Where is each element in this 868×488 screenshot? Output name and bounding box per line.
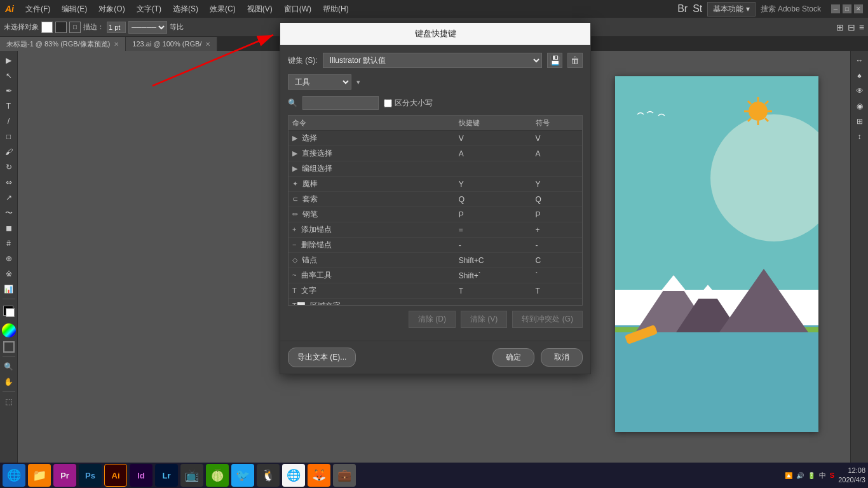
cancel-btn[interactable]: 取消 (541, 348, 583, 367)
menu-select[interactable]: 选择(S) (168, 3, 203, 16)
bird-icon[interactable]: 🐦 (231, 464, 254, 487)
rotate-tool[interactable]: ↻ (2, 160, 16, 174)
right-panel-icon3[interactable]: 👁 (853, 84, 867, 98)
arrange-icon[interactable]: ⊞ (836, 22, 844, 32)
penguin-icon[interactable]: 🐧 (257, 464, 280, 487)
menu-view[interactable]: 视图(V) (242, 3, 278, 16)
menu-object[interactable]: 对象(O) (93, 3, 130, 16)
properties-icon[interactable]: ≡ (859, 22, 864, 32)
table-row[interactable]: ✏ 钢笔 P P (288, 207, 582, 222)
right-panel-icon5[interactable]: ⊞ (853, 114, 867, 128)
tab-123-close[interactable]: ✕ (205, 41, 210, 48)
minimize-btn[interactable]: ─ (831, 4, 840, 13)
menu-file[interactable]: 文件(F) (20, 3, 55, 16)
shape-builder-tool[interactable]: ⊕ (2, 252, 16, 266)
ok-btn[interactable]: 确定 (492, 348, 534, 367)
export-text-btn[interactable]: 导出文本 (E)... (288, 348, 356, 367)
illustrator-taskbar-icon[interactable]: Ai (104, 464, 127, 487)
no-fill[interactable] (3, 341, 15, 353)
tab-untitled-close[interactable]: ✕ (114, 41, 119, 48)
maximize-btn[interactable]: □ (843, 4, 851, 13)
case-sensitive-checkbox[interactable]: 区分大小写 (384, 98, 433, 109)
artboard-tool[interactable]: ⬚ (2, 395, 16, 409)
table-row[interactable]: T 文字 T T (288, 283, 582, 299)
premiere-icon[interactable]: Pr (53, 464, 76, 487)
right-panel-icon1[interactable]: ↔ (853, 53, 867, 67)
reset-all-btn[interactable]: 转到冲突处 (G) (512, 311, 583, 328)
stock-icon[interactable]: St (693, 3, 702, 15)
stroke-type-select[interactable]: ───── (128, 21, 167, 34)
warp-tool[interactable]: 〜 (2, 206, 16, 220)
table-row[interactable]: ▶ 编组选择 (288, 161, 582, 177)
menu-window[interactable]: 窗口(W) (279, 3, 316, 16)
rect-tool[interactable]: □ (2, 130, 16, 144)
media-icon[interactable]: 📺 (180, 464, 203, 487)
table-row[interactable]: ◇ 锚点 Shift+C C (288, 253, 582, 268)
firefox-icon[interactable]: 🦊 (308, 464, 330, 487)
indesign-icon[interactable]: Id (130, 464, 153, 487)
mesh-tool[interactable]: # (2, 236, 16, 250)
zoom-tool[interactable]: 🔍 (2, 360, 16, 374)
col-symbol[interactable]: 符号 (532, 116, 582, 131)
tab-untitled[interactable]: 未标题-1 @ 83% (RGB/像素预览) ✕ (0, 37, 126, 51)
mirror-tool[interactable]: ⇔ (2, 175, 16, 189)
right-panel-icon6[interactable]: ↕ (853, 130, 867, 144)
table-row[interactable]: ▶ 选择 V V (288, 131, 582, 146)
folder-icon[interactable]: 📁 (28, 464, 51, 487)
col-command[interactable]: 命令 (288, 116, 455, 131)
menu-effect[interactable]: 效果(C) (205, 3, 241, 16)
select-tool[interactable]: ▶ (2, 53, 16, 67)
table-row[interactable]: − 删除锚点 - - (288, 238, 582, 253)
table-row[interactable]: ▶ 直接选择 A A (288, 146, 582, 161)
stroke-type[interactable]: □ (69, 22, 81, 33)
color-picker[interactable] (2, 323, 16, 337)
menu-edit[interactable]: 编辑(E) (57, 3, 92, 16)
category-arrow[interactable]: ▾ (356, 78, 360, 86)
stroke-swatch[interactable] (6, 308, 15, 317)
bridge-icon[interactable]: Br (677, 3, 688, 15)
stroke-width-input[interactable] (107, 22, 126, 33)
browser-icon[interactable]: 🌐 (3, 464, 25, 487)
workspace-btn[interactable]: 基本功能 ▾ (707, 2, 755, 17)
clear-btn[interactable]: 清除 (D) (409, 311, 456, 328)
line-tool[interactable]: / (2, 114, 16, 128)
chart-tool[interactable]: 📊 (2, 282, 16, 296)
delete-keyset-btn[interactable]: 🗑 (567, 53, 583, 68)
keyset-select[interactable]: Illustrator 默认值 (323, 53, 542, 68)
case-sensitive-input[interactable] (384, 99, 392, 107)
col-shortcut[interactable]: 快捷键 (455, 116, 532, 131)
table-row[interactable]: ✦ 魔棒 Y Y (288, 177, 582, 192)
lightroom-icon[interactable]: Lr (155, 464, 178, 487)
paint-brush-tool[interactable]: 🖌 (2, 145, 16, 159)
search-input[interactable] (302, 96, 379, 110)
category-select[interactable]: 工具 (288, 74, 351, 90)
revert-btn[interactable]: 清除 (V) (461, 311, 507, 328)
hand-tool[interactable]: ✋ (2, 375, 16, 389)
pen-tool[interactable]: ✒ (2, 84, 16, 98)
shortcut-table-container[interactable]: 命令 快捷键 符号 ▶ 选择 V V ▶ 直接选择 A A ▶ 编组选择 (288, 115, 583, 306)
save-keyset-btn[interactable]: 💾 (547, 53, 562, 68)
menu-help[interactable]: 帮助(H) (318, 3, 354, 16)
tab-123[interactable]: 123.ai @ 100% (RGB/ ✕ (126, 37, 217, 51)
right-panel-icon4[interactable]: ◉ (853, 99, 867, 113)
symbol-tool[interactable]: ※ (2, 267, 16, 281)
close-btn[interactable]: ✕ (854, 4, 863, 13)
search-row: 🔍 区分大小写 (288, 96, 583, 110)
stroke-color[interactable] (55, 22, 67, 33)
fill-color[interactable] (41, 22, 53, 33)
table-row[interactable]: ~ 曲率工具 Shift+` ` (288, 268, 582, 283)
right-panel-icon2[interactable]: ♠ (853, 69, 867, 83)
chrome-icon[interactable]: 🌐 (282, 464, 305, 487)
melon-icon[interactable]: 🍈 (206, 464, 229, 487)
menu-text[interactable]: 文字(T) (132, 3, 166, 16)
table-row[interactable]: + 添加锚点 = + (288, 222, 582, 238)
photoshop-icon[interactable]: Ps (79, 464, 102, 487)
scale-tool[interactable]: ↗ (2, 191, 16, 205)
folder2-icon[interactable]: 💼 (333, 464, 356, 487)
gradient-tool[interactable]: ◼ (2, 221, 16, 235)
align-icon[interactable]: ⊟ (848, 22, 855, 32)
table-row[interactable]: ⊂ 套索 Q Q (288, 192, 582, 207)
table-row[interactable]: T⬜ 区域文字 (288, 299, 582, 306)
direct-select-tool[interactable]: ↖ (2, 69, 16, 83)
type-tool[interactable]: T (2, 99, 16, 113)
